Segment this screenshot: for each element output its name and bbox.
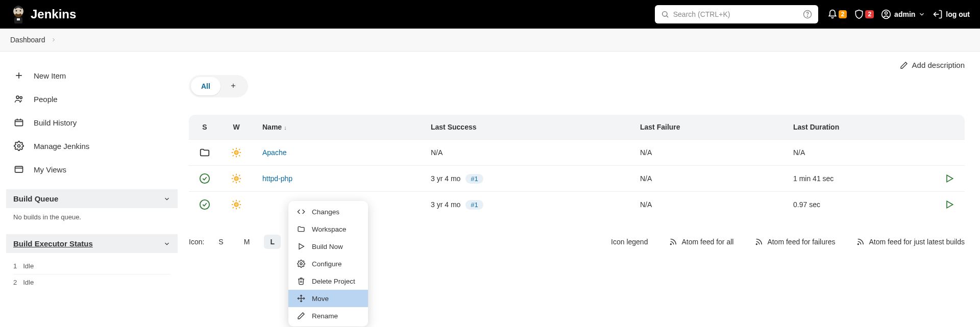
sun-icon [231, 199, 242, 210]
svg-point-20 [18, 145, 20, 147]
last-duration-cell: 1 min 41 sec [783, 166, 934, 192]
ctx-build-now[interactable]: Build Now [288, 238, 368, 255]
security-button[interactable]: 2 [854, 9, 874, 19]
weather-cell [220, 140, 252, 166]
svg-point-60 [300, 263, 302, 265]
last-success-cell: N/A [421, 140, 630, 166]
build-queue-panel: Build Queue No builds in the queue. [6, 189, 178, 226]
svg-line-42 [233, 181, 234, 182]
sidebar-item-label: Manage Jenkins [34, 142, 89, 150]
build-link[interactable]: #1 [465, 200, 483, 210]
svg-point-34 [200, 174, 209, 183]
col-weather[interactable]: W [220, 115, 252, 140]
col-last-failure[interactable]: Last Failure [630, 115, 783, 140]
svg-point-57 [756, 244, 757, 245]
table-row: httpd-php3 yr 4 mo#1N/A1 min 41 sec [189, 166, 965, 192]
tab-all[interactable]: All [191, 77, 220, 95]
atom-feed-failures[interactable]: Atom feed for failures [755, 238, 835, 246]
svg-point-35 [234, 177, 238, 180]
executor-state: Idle [23, 262, 34, 270]
executor-title: Build Executor Status [13, 239, 93, 248]
svg-line-33 [239, 149, 240, 150]
svg-rect-4 [17, 18, 20, 20]
help-icon[interactable] [803, 10, 812, 19]
search-box[interactable] [655, 5, 818, 23]
logout-button[interactable]: log out [933, 9, 970, 19]
rss-icon [856, 238, 865, 246]
svg-line-28 [233, 149, 234, 150]
last-failure-cell: N/A [630, 166, 783, 192]
ctx-delete[interactable]: Delete Project [288, 272, 368, 290]
add-description-button[interactable]: Add description [900, 61, 965, 69]
run-button[interactable] [944, 173, 954, 184]
build-link[interactable]: #1 [465, 174, 483, 184]
ctx-workspace[interactable]: Workspace [288, 220, 368, 238]
col-name[interactable]: Name↓ [252, 115, 421, 140]
ctx-configure[interactable]: Configure [288, 255, 368, 272]
check-circle-icon [199, 199, 210, 210]
svg-point-5 [662, 12, 667, 16]
col-status[interactable]: S [189, 115, 220, 140]
job-link[interactable]: Apache [262, 148, 286, 157]
search-input[interactable] [673, 10, 803, 18]
sidebar-item-label: Build History [34, 118, 77, 127]
tab-add[interactable] [220, 77, 246, 95]
size-m[interactable]: M [238, 235, 256, 249]
ctx-changes[interactable]: Changes [288, 203, 368, 220]
last-success-cell: 3 yr 4 mo#1 [421, 166, 630, 192]
context-menu: Changes Workspace Build Now Configure De… [288, 201, 368, 295]
code-icon [297, 207, 306, 216]
run-button[interactable] [944, 199, 954, 210]
svg-marker-44 [947, 175, 953, 182]
status-cell [189, 140, 220, 166]
gear-icon [297, 259, 306, 268]
svg-rect-21 [15, 166, 23, 172]
atom-feed-latest[interactable]: Atom feed for just latest builds [856, 238, 965, 246]
sidebar-item-my-views[interactable]: My Views [6, 158, 178, 181]
chevron-down-icon [163, 195, 170, 203]
atom-feed-all[interactable]: Atom feed for all [669, 238, 733, 246]
chevron-down-icon [163, 240, 170, 247]
size-s[interactable]: S [212, 235, 229, 249]
sun-icon [231, 147, 242, 158]
sidebar-item-people[interactable]: People [6, 87, 178, 111]
build-queue-body: No builds in the queue. [6, 208, 178, 226]
last-duration-cell: 0.97 sec [783, 192, 934, 218]
icon-size-picker: Icon: S M L [189, 235, 281, 249]
breadcrumb-root[interactable]: Dashboard [10, 36, 45, 44]
col-last-duration[interactable]: Last Duration [783, 115, 934, 140]
trash-icon [297, 276, 306, 286]
col-last-success[interactable]: Last Success [421, 115, 630, 140]
executor-header[interactable]: Build Executor Status [6, 234, 178, 253]
svg-point-8 [807, 16, 807, 16]
status-cell [189, 166, 220, 192]
user-menu[interactable]: admin [881, 9, 925, 19]
run-cell [934, 166, 965, 192]
rss-icon [755, 238, 763, 246]
security-badge: 2 [865, 10, 874, 18]
notifications-button[interactable]: 2 [827, 9, 847, 19]
build-queue-header[interactable]: Build Queue [6, 189, 178, 208]
logo[interactable]: Jenkins [10, 4, 76, 24]
window-icon [13, 164, 24, 175]
sidebar-item-manage-jenkins[interactable]: Manage Jenkins [6, 134, 178, 158]
job-link[interactable]: httpd-php [262, 174, 292, 183]
svg-marker-55 [947, 201, 953, 208]
view-tabs: All [189, 75, 248, 97]
executor-panel: Build Executor Status 1 Idle 2 Idle [6, 234, 178, 295]
move-icon [297, 294, 306, 295]
executor-row: 2 Idle [13, 274, 170, 290]
sidebar: New Item People Build History Manage Jen… [0, 52, 184, 295]
icon-label: Icon: [189, 238, 204, 246]
svg-rect-16 [15, 120, 23, 126]
icon-legend-link[interactable]: Icon legend [611, 238, 648, 246]
size-l[interactable]: L [264, 235, 281, 249]
last-duration-cell: N/A [783, 140, 934, 166]
ctx-move[interactable]: Move [288, 290, 368, 295]
search-icon [661, 10, 669, 18]
sidebar-item-new-item[interactable]: New Item [6, 64, 178, 87]
sidebar-item-build-history[interactable]: Build History [6, 111, 178, 134]
svg-line-50 [239, 207, 240, 208]
name-cell: httpd-php [252, 166, 421, 192]
svg-marker-59 [299, 244, 304, 249]
